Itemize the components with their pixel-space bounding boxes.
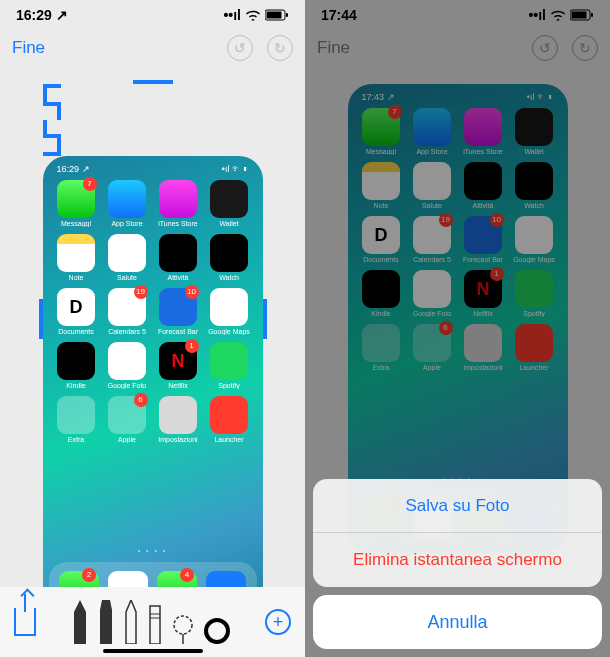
location-icon: ↗ (56, 7, 68, 23)
app-netflix: N1Netflix (155, 342, 202, 389)
markup-toolbar: + (0, 587, 305, 657)
share-icon[interactable] (14, 608, 36, 636)
home-screen-row2: Note Salute Attività Watch (43, 232, 263, 286)
app-spotify: Spotify (206, 342, 253, 389)
panel-action-sheet: 17:44 ••ıl Fine ↺ ↻ 17:43 ↗•ıl ᯤ ▮ 7Mess… (305, 0, 610, 657)
app-itunes: iTunes Store (155, 180, 202, 227)
screenshot-crop-area[interactable]: 16:29 ↗ •ıl ᯤ ▮ 7Messaggi App Store iTun… (43, 84, 263, 554)
app-wallet: Wallet (206, 180, 253, 227)
crop-handle-bl[interactable] (43, 120, 61, 138)
svg-rect-2 (286, 13, 288, 17)
tool-marker[interactable] (98, 600, 114, 644)
app-kindle: Kindle (53, 342, 100, 389)
cancel-button[interactable]: Annulla (313, 595, 602, 649)
inner-status-bar: 16:29 ↗ •ıl ᯤ ▮ (43, 156, 263, 178)
app-extra: Extra (53, 396, 100, 443)
wifi-icon (245, 9, 261, 21)
tool-pencil[interactable] (124, 600, 138, 644)
tool-pen[interactable] (72, 600, 88, 644)
panel-markup-editor: 16:29 ↗ ••ıl Fine ↺ ↻ 16:29 ↗ •ıl ᯤ ▮ 7M (0, 0, 305, 657)
battery-icon (265, 9, 289, 21)
signal-icon: ••ıl (223, 7, 241, 23)
app-apple: 6Apple (104, 396, 151, 443)
action-sheet: Salva su Foto Elimina istantanea schermo… (313, 479, 602, 649)
app-impostazioni: Impostazioni (155, 396, 202, 443)
home-screen-row5: Extra 6Apple Impostazioni Launcher (43, 394, 263, 448)
crop-handle-tl[interactable] (43, 84, 61, 102)
save-photo-button[interactable]: Salva su Foto (313, 479, 602, 533)
svg-point-6 (174, 616, 192, 634)
crop-handle-right[interactable] (263, 299, 267, 339)
color-picker[interactable] (204, 618, 230, 644)
home-screen-row4: Kindle Google Foto N1Netflix Spotify (43, 340, 263, 394)
app-messaggi: 7Messaggi (53, 180, 100, 227)
tool-eraser[interactable] (148, 600, 162, 644)
home-screen-row3: DDocuments 19Calendars 5 10Forecast Bar … (43, 286, 263, 340)
app-launcher: Launcher (206, 396, 253, 443)
app-documents: DDocuments (53, 288, 100, 335)
redo-icon[interactable]: ↻ (267, 35, 293, 61)
app-googlemaps: Google Maps (206, 288, 253, 335)
app-watch: Watch (206, 234, 253, 281)
app-salute: Salute (104, 234, 151, 281)
delete-screenshot-button[interactable]: Elimina istantanea schermo (313, 533, 602, 587)
crop-handle-tr[interactable] (43, 102, 61, 120)
nav-bar: Fine ↺ ↻ (0, 30, 305, 66)
done-button[interactable]: Fine (12, 38, 45, 58)
crop-handle-top[interactable] (133, 80, 173, 84)
crop-handle-br[interactable] (43, 138, 61, 156)
status-time: 16:29 (16, 7, 52, 23)
app-appstore: App Store (104, 180, 151, 227)
home-indicator[interactable] (103, 649, 203, 653)
add-button[interactable]: + (265, 609, 291, 635)
status-icons: ••ıl (223, 7, 289, 23)
screenshot-content: 16:29 ↗ •ıl ᯤ ▮ 7Messaggi App Store iTun… (43, 156, 263, 626)
svg-rect-3 (150, 606, 160, 644)
app-note: Note (53, 234, 100, 281)
svg-rect-1 (267, 12, 282, 19)
app-calendars: 19Calendars 5 (104, 288, 151, 335)
tool-lasso[interactable] (172, 614, 194, 644)
app-googlefoto: Google Foto (104, 342, 151, 389)
status-bar: 16:29 ↗ ••ıl (0, 0, 305, 30)
home-screen-row1: 7Messaggi App Store iTunes Store Wallet (43, 178, 263, 232)
app-forecast: 10Forecast Bar (155, 288, 202, 335)
page-dots: • • • • (43, 547, 263, 554)
undo-icon[interactable]: ↺ (227, 35, 253, 61)
app-attivita: Attività (155, 234, 202, 281)
